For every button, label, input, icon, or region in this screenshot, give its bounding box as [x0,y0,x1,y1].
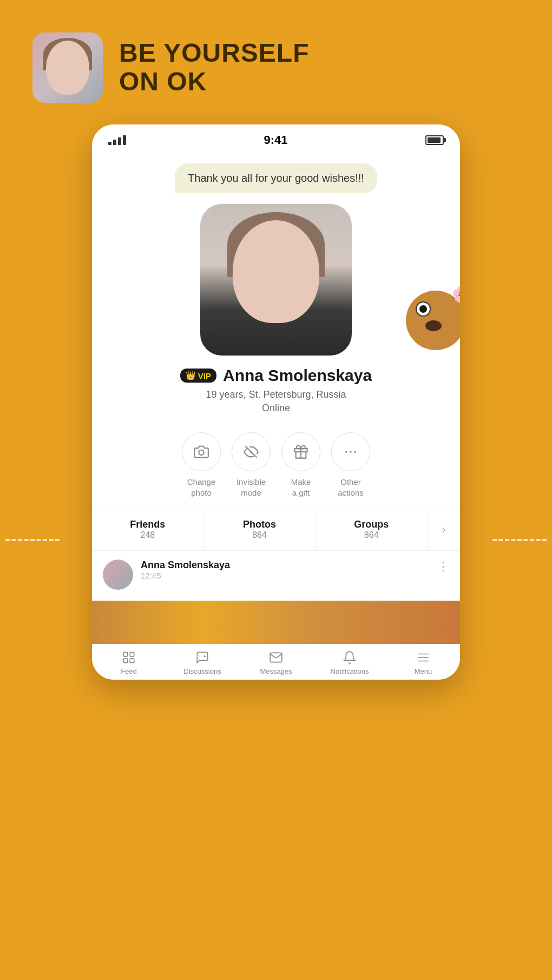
chat-bubble-container: Thank you all for your good wishes!!! [92,153,460,199]
discussions-label: Discussions [183,667,221,675]
menu-label: Menu [415,667,432,675]
other-actions-button[interactable]: Otheractions [331,432,370,498]
discussions-icon [194,650,211,665]
photos-value: 864 [252,530,267,540]
svg-rect-9 [130,652,134,656]
dashed-arrow-right [492,539,547,541]
photo-strip [92,601,460,644]
nav-discussions[interactable]: Discussions [166,650,239,675]
svg-point-11 [204,655,206,657]
groups-value: 864 [364,530,379,540]
svg-point-6 [354,451,356,453]
stat-groups[interactable]: Groups 864 [316,509,428,550]
nav-menu[interactable]: Menu [386,650,460,675]
right-arrow-icon: › [442,523,445,537]
header-title-line2: ON OK [119,68,310,96]
friends-label: Friends [130,519,165,530]
change-photo-button[interactable]: Changephoto [182,432,221,498]
invisible-mode-icon-circle [232,432,271,471]
change-photo-icon-circle [182,432,221,471]
stat-more-arrow[interactable]: › [428,509,460,550]
feed-time: 12:45 [141,571,430,580]
notifications-label: Notifications [331,667,369,675]
profile-photo [200,204,352,356]
more-icon [343,444,358,459]
dashed-arrow-left [5,539,60,541]
change-photo-label: Changephoto [187,477,216,498]
menu-icon [415,650,432,665]
profile-info: 👑 VIP Anna Smolenskaya 19 years, St. Pet… [92,356,460,419]
vip-badge: 👑 VIP [180,369,216,383]
profile-online: Online [103,403,449,414]
make-gift-icon-circle [281,432,320,471]
profile-details: 19 years, St. Petersburg, Russia [103,389,449,400]
battery-icon [425,135,444,145]
stat-friends[interactable]: Friends 248 [92,509,204,550]
nav-messages[interactable]: Messages [239,650,313,675]
feed-name: Anna Smolenskaya [141,560,430,571]
svg-rect-7 [123,652,128,656]
svg-point-0 [199,450,203,455]
header-area: BE YOURSELF ON OK [0,0,552,119]
signal-icon [108,135,126,145]
notifications-icon [341,650,358,665]
feed-content: Anna Smolenskaya 12:45 [141,560,430,580]
stats-row: Friends 248 Photos 864 Groups 864 › [92,509,460,550]
crown-icon: 👑 [186,371,196,380]
make-gift-button[interactable]: Makea gift [281,432,320,498]
status-time: 9:41 [264,133,287,147]
vip-name-row: 👑 VIP Anna Smolenskaya [103,366,449,385]
feed-label: Feed [121,667,137,675]
nav-feed[interactable]: Feed [92,650,166,675]
svg-rect-10 [130,659,134,663]
make-gift-label: Makea gift [291,477,311,498]
status-bar: 9:41 [92,124,460,153]
header-text: BE YOURSELF ON OK [119,39,310,96]
stat-photos[interactable]: Photos 864 [204,509,316,550]
messages-label: Messages [260,667,292,675]
action-buttons: Changephoto Invisiblemode [92,419,460,509]
feed-icon [120,650,137,665]
svg-rect-8 [123,659,128,663]
nav-notifications[interactable]: Notifications [313,650,386,675]
invisible-mode-label: Invisiblemode [236,477,266,498]
invisible-mode-button[interactable]: Invisiblemode [232,432,271,498]
other-actions-label: Otheractions [338,477,364,498]
groups-label: Groups [354,519,389,530]
profile-photo-container: 🌸 [92,199,460,356]
feed-menu-button[interactable]: ⋮ [437,560,449,574]
feed-avatar [103,560,133,590]
header-title-line1: BE YOURSELF [119,39,310,68]
svg-point-5 [350,451,352,453]
vip-label: VIP [198,371,211,380]
invisible-icon [244,444,259,459]
camera-icon [194,444,209,459]
messages-icon [267,650,285,665]
friends-value: 248 [140,530,155,540]
header-avatar [32,32,103,103]
profile-name: Anna Smolenskaya [223,366,372,385]
photos-label: Photos [243,519,276,530]
feed-item: Anna Smolenskaya 12:45 ⋮ [92,550,460,598]
svg-point-4 [345,451,347,453]
other-actions-icon-circle [331,432,370,471]
phone-mockup: 9:41 Thank you all for your good wishes!… [92,124,460,680]
bottom-nav: Feed Discussions Messages [92,644,460,680]
gift-icon [293,444,308,459]
dog-sticker: 🌸 [400,285,460,361]
chat-bubble: Thank you all for your good wishes!!! [175,163,377,193]
